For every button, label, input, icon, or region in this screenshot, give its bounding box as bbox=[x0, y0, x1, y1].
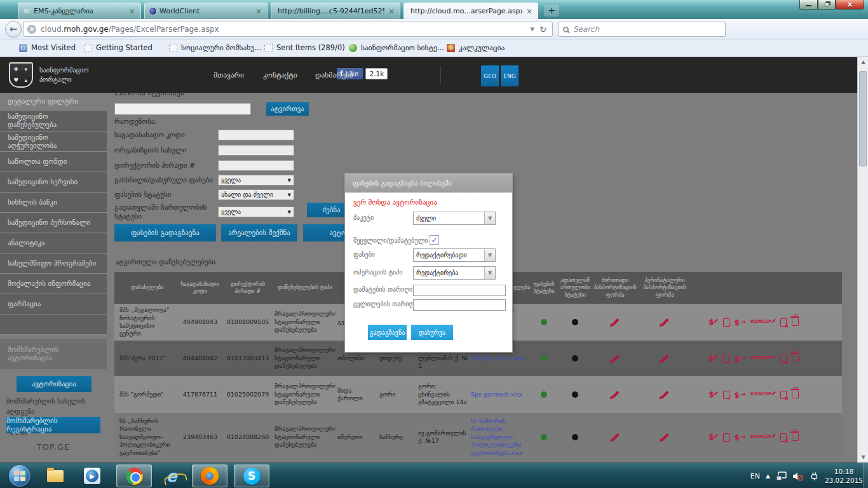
file-upload-input[interactable] bbox=[114, 103, 251, 115]
start-button[interactable] bbox=[9, 465, 31, 487]
sidebar-item[interactable]: სამედიცინო სერვისი bbox=[0, 172, 107, 193]
sidebar-item[interactable]: დეტალური ფილტრი bbox=[0, 93, 107, 111]
tray-expand-icon[interactable]: ▲ bbox=[766, 473, 770, 479]
delete-icon[interactable] bbox=[792, 433, 799, 441]
bookmark-item[interactable]: Sent Items (289/0) bbox=[264, 43, 345, 52]
price-transfer-icon[interactable]: $→ bbox=[735, 318, 746, 327]
browser-tab-active[interactable]: http://cloud.mo...arserPage.aspx× bbox=[403, 3, 538, 19]
restore-button[interactable] bbox=[818, 0, 836, 10]
site-nav-item[interactable]: მთავარი bbox=[214, 71, 244, 79]
icd-ncsp-edit-icon[interactable]: ICDNCSP bbox=[750, 320, 775, 324]
new-tab-button[interactable]: + bbox=[544, 5, 559, 17]
authorization-button[interactable]: ავტორიზაცია bbox=[17, 376, 92, 392]
form-confirm-icon[interactable]: ✓ bbox=[723, 318, 729, 327]
page-scrollbar[interactable]: ▲ ▼ bbox=[857, 57, 868, 463]
dialog-date-input[interactable] bbox=[413, 299, 506, 311]
delete-icon[interactable] bbox=[792, 391, 799, 398]
browser-tab[interactable]: ✉EMS-კანცელარია× bbox=[18, 3, 141, 19]
scroll-down-icon[interactable]: ▼ bbox=[858, 452, 868, 463]
url-bar[interactable]: cloud.moh.gov.ge/Pages/ExcelParserPage.a… bbox=[23, 22, 553, 37]
bookmark-item[interactable]: კალკულაცია bbox=[447, 43, 505, 52]
site-nav-item[interactable]: დახმარება bbox=[315, 71, 353, 79]
tab-close-icon[interactable]: × bbox=[387, 8, 396, 15]
site-identity-icon[interactable] bbox=[27, 25, 36, 34]
edit-pencil-icon[interactable] bbox=[661, 318, 668, 326]
cell-file[interactable]: Sps gormedi.xlsx bbox=[471, 376, 534, 413]
bookmark-item[interactable]: საინფორმაციო სისტე... bbox=[349, 43, 444, 52]
cell-file[interactable]: სს საჩხერის რაიონული საავადმყოფო-პოლიკლი… bbox=[471, 413, 534, 461]
action-button[interactable]: არეალების შექმნა bbox=[221, 224, 297, 241]
internet-explorer-icon[interactable]: e bbox=[158, 466, 186, 486]
sidebar-item[interactable]: ფარმაცია bbox=[0, 294, 107, 315]
price-transfer-icon[interactable]: $→ bbox=[735, 433, 746, 442]
url-dropdown-icon[interactable]: ▼ bbox=[527, 26, 538, 32]
auth-recovery-link[interactable]: მომხმარებლის სახელის აღდგენა bbox=[6, 396, 107, 417]
browser-tab[interactable]: http://billing....c5-9244f1ed525a× bbox=[271, 3, 400, 19]
form-confirm-icon[interactable]: ✓ bbox=[723, 391, 729, 399]
sidebar-item[interactable]: სისხლის ბანკი bbox=[0, 193, 107, 213]
form-reject-icon[interactable]: × bbox=[780, 433, 787, 442]
scrollbar-thumb[interactable] bbox=[859, 71, 867, 166]
sidebar-item[interactable]: საწოლთა ფონდი bbox=[0, 152, 107, 172]
dialog-close-button[interactable]: დახურვა bbox=[411, 325, 453, 340]
price-edit-icon[interactable]: $ bbox=[709, 433, 717, 441]
edit-pencil-icon[interactable] bbox=[611, 433, 619, 441]
bookmark-item[interactable]: Getting Started bbox=[84, 43, 153, 52]
scroll-up-icon[interactable]: ▲ bbox=[858, 57, 868, 67]
tab-close-icon[interactable]: × bbox=[525, 8, 534, 15]
bookmark-item[interactable]: სოციალური მომსახუ... bbox=[169, 43, 261, 52]
form-confirm-icon[interactable]: ✓ bbox=[723, 355, 729, 363]
dialog-title[interactable]: ფასების გადაგზავნა ბილინგში bbox=[345, 173, 512, 193]
power-plug-icon[interactable] bbox=[810, 471, 819, 481]
sidebar-item[interactable]: მოქალაქის ინფორმაცია bbox=[0, 274, 107, 294]
filter-input[interactable] bbox=[218, 130, 294, 140]
reload-icon[interactable]: ↻ bbox=[538, 25, 548, 34]
price-transfer-icon[interactable]: $→ bbox=[735, 390, 746, 399]
icd-ncsp-edit-icon[interactable]: ICDNCSP bbox=[750, 435, 775, 439]
clock[interactable]: 10:18 23.02.2015 bbox=[825, 467, 863, 485]
edit-pencil-icon[interactable] bbox=[611, 391, 619, 398]
topge-link[interactable]: TOP.GE bbox=[0, 442, 107, 452]
back-button[interactable]: ← bbox=[5, 21, 22, 37]
lang-button-geo[interactable]: GEO bbox=[481, 65, 499, 86]
firefox-icon[interactable] bbox=[192, 464, 227, 487]
media-player-icon[interactable]: ▶ bbox=[81, 466, 103, 486]
delete-icon[interactable] bbox=[792, 318, 799, 326]
filter-input[interactable] bbox=[218, 145, 294, 156]
dialog-date-input[interactable] bbox=[413, 285, 506, 296]
icd-ncsp-edit-icon[interactable]: ICDNCSP bbox=[750, 356, 775, 360]
site-nav-item[interactable]: კონტაქტი bbox=[263, 71, 297, 79]
price-edit-icon[interactable]: $ bbox=[709, 318, 717, 326]
close-button[interactable]: × bbox=[836, 0, 864, 10]
filter-input[interactable] bbox=[218, 160, 294, 171]
lang-button-eng[interactable]: ENG bbox=[501, 65, 519, 86]
delete-icon[interactable] bbox=[792, 355, 799, 362]
upload-button[interactable]: ატვირთვა bbox=[266, 102, 309, 116]
dialog-send-button[interactable]: გადაგზავნა bbox=[368, 325, 407, 340]
search-input[interactable]: Search bbox=[558, 22, 726, 37]
price-edit-icon[interactable]: $ bbox=[709, 355, 717, 362]
price-edit-icon[interactable]: $ bbox=[709, 391, 717, 398]
skype-icon[interactable]: S bbox=[234, 464, 269, 487]
language-indicator[interactable]: EN bbox=[750, 472, 760, 480]
icd-ncsp-edit-icon[interactable]: ICDNCSP bbox=[750, 392, 775, 396]
form-reject-icon[interactable]: × bbox=[780, 355, 787, 363]
portal-logo-icon[interactable]: ✚▾♥▴ bbox=[9, 62, 33, 88]
filter-select[interactable]: ყველა▼ bbox=[218, 207, 294, 217]
cell-actions[interactable]: $✓$→ICDNCSP× bbox=[691, 341, 816, 376]
minimize-button[interactable] bbox=[799, 0, 818, 10]
dialog-select[interactable]: რედაქტირება▼ bbox=[413, 266, 496, 280]
edit-pencil-icon[interactable] bbox=[661, 355, 668, 362]
bookmark-item[interactable]: Most Visited bbox=[19, 43, 76, 52]
price-transfer-icon[interactable]: $→ bbox=[735, 354, 746, 363]
sidebar-item[interactable]: სამედიცინო დაწესებულება bbox=[0, 111, 107, 132]
tab-close-icon[interactable]: × bbox=[254, 8, 263, 15]
edit-pencil-icon[interactable] bbox=[661, 433, 668, 441]
chrome-icon[interactable] bbox=[116, 464, 152, 487]
form-reject-icon[interactable]: × bbox=[780, 318, 787, 327]
filter-select[interactable]: ყველა▼ bbox=[218, 175, 294, 186]
form-reject-icon[interactable]: × bbox=[780, 391, 787, 399]
cell-actions[interactable]: $✓$→ICDNCSP× bbox=[691, 304, 816, 341]
sidebar-item[interactable]: სამედიცინო აღჭურვილობა bbox=[0, 132, 107, 152]
form-confirm-icon[interactable]: ✓ bbox=[723, 433, 729, 442]
